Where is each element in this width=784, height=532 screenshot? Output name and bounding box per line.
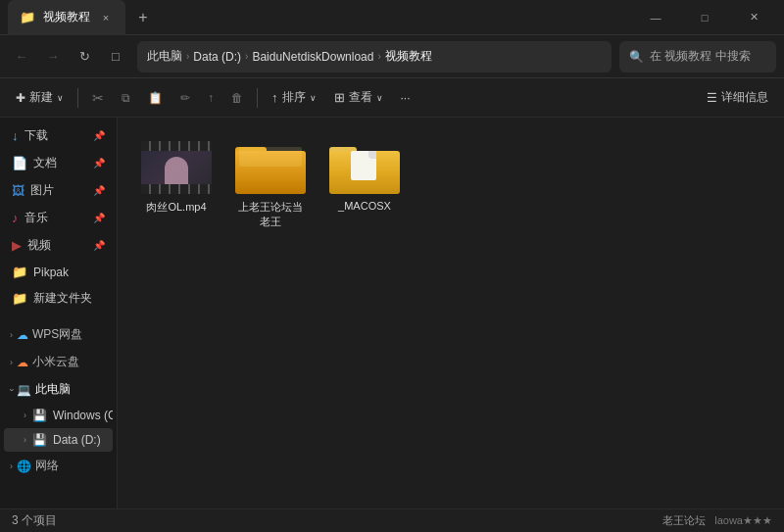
breadcrumb-baidu[interactable]: BaiduNetdiskDownload xyxy=(252,50,373,64)
more-button[interactable]: ··· xyxy=(393,82,418,114)
file-name-folder2: _MACOSX xyxy=(338,200,391,212)
chevron-winc-icon: › xyxy=(24,411,26,420)
file-name-video1: 肉丝OL.mp4 xyxy=(146,200,206,215)
music-icon: ♪ xyxy=(12,211,19,225)
sidebar-group-network[interactable]: › 🌐 网络 xyxy=(2,453,115,479)
new-icon: ✚ xyxy=(16,91,25,105)
pin-icon-videos: 📌 xyxy=(93,240,105,251)
sort-button[interactable]: ↑ 排序 ∨ xyxy=(264,82,324,114)
toolbar-sep-2 xyxy=(257,88,258,108)
forward-button[interactable]: → xyxy=(39,43,67,71)
sidebar-label-docs: 文档 xyxy=(33,155,57,171)
cut-button[interactable]: ✂ xyxy=(84,82,112,114)
docs-icon: 📄 xyxy=(12,156,27,170)
video-thumbnail xyxy=(141,141,212,194)
breadcrumb-sep-2: › xyxy=(245,51,248,62)
sidebar-group-wps[interactable]: › ☁ WPS网盘 xyxy=(2,321,115,348)
details-label: 详细信息 xyxy=(721,89,768,106)
status-count: 3 个项目 xyxy=(12,512,57,529)
rename-icon: ✏ xyxy=(180,91,190,105)
delete-button[interactable]: 🗑 xyxy=(223,82,251,114)
tab-list: 📁 视频教程 × + xyxy=(8,0,633,35)
breadcrumb-videos[interactable]: 视频教程 xyxy=(385,48,432,65)
copy-icon: ⧉ xyxy=(122,91,130,105)
file-name-folder1: 上老王论坛当老王 xyxy=(235,200,306,229)
tab-close-button[interactable]: × xyxy=(98,10,114,25)
tab-folder-icon: 📁 xyxy=(20,10,35,24)
sort-label: 排序 xyxy=(282,89,306,106)
breadcrumb-datad[interactable]: Data (D:) xyxy=(193,50,241,64)
file-grid: 肉丝OL.mp4 上老王论坛当老王 xyxy=(133,133,768,237)
sidebar-item-docs[interactable]: 📄 文档 📌 xyxy=(4,150,113,176)
minimize-button[interactable]: — xyxy=(633,0,678,35)
tab-title: 视频教程 xyxy=(43,9,90,25)
xiaomi-cloud-icon: ☁ xyxy=(17,356,28,369)
details-button[interactable]: ☰ 详细信息 xyxy=(699,82,776,114)
sidebar-label-pics: 图片 xyxy=(30,182,54,199)
address-bar: ← → ↻ □ 此电脑 › Data (D:) › BaiduNetdiskDo… xyxy=(0,35,784,78)
breadcrumb-thispc[interactable]: 此电脑 xyxy=(147,48,182,65)
sidebar-label-winc: Windows (C:) xyxy=(53,409,113,422)
list-item[interactable]: 肉丝OL.mp4 xyxy=(133,133,220,237)
pics-icon: 🖼 xyxy=(12,183,24,198)
sidebar-label-wps: WPS网盘 xyxy=(32,326,82,343)
more-icon: ··· xyxy=(401,91,411,105)
new-button[interactable]: ✚ 新建 ∨ xyxy=(8,82,72,114)
rename-button[interactable]: ✏ xyxy=(172,82,198,114)
breadcrumb[interactable]: 此电脑 › Data (D:) › BaiduNetdiskDownload ›… xyxy=(137,41,612,73)
new-label: 新建 xyxy=(29,89,53,106)
share-button[interactable]: ↑ xyxy=(200,82,221,114)
copy-button[interactable]: ⧉ xyxy=(114,82,138,114)
view-label: 查看 xyxy=(349,89,372,106)
folder-up-button[interactable]: □ xyxy=(102,43,129,71)
sidebar-label-network: 网络 xyxy=(35,458,59,474)
sidebar-item-datad[interactable]: › 💾 Data (D:) xyxy=(4,428,113,452)
chevron-datad-icon: › xyxy=(24,435,26,445)
search-box[interactable]: 🔍 在 视频教程 中搜索 xyxy=(619,41,776,73)
sidebar-item-videos[interactable]: ▶ 视频 📌 xyxy=(4,232,113,259)
sidebar-item-music[interactable]: ♪ 音乐 📌 xyxy=(4,205,113,231)
sidebar-label-pikpak: Pikpak xyxy=(33,266,69,279)
chevron-wps-icon: › xyxy=(10,330,13,340)
sidebar-label-datad: Data (D:) xyxy=(53,433,101,447)
status-bar: 3 个项目 老王论坛 laowa★★★ xyxy=(0,508,784,532)
sidebar-item-pics[interactable]: 🖼 图片 📌 xyxy=(4,177,113,204)
chevron-xiaomi-icon: › xyxy=(10,358,13,367)
content-area[interactable]: 肉丝OL.mp4 上老王论坛当老王 xyxy=(118,118,784,508)
sidebar-item-newfolder[interactable]: 📁 新建文件夹 xyxy=(4,285,113,312)
sidebar-item-winc[interactable]: › 💾 Windows (C:) xyxy=(4,404,113,427)
datad-drive-icon: 💾 xyxy=(32,433,47,447)
new-tab-button[interactable]: + xyxy=(129,4,157,31)
list-item[interactable]: _MACOSX xyxy=(321,133,408,237)
sidebar: ↓ 下载 📌 📄 文档 📌 🖼 图片 📌 ♪ 音乐 📌 ▶ 视频 📌 📁 Pik… xyxy=(0,118,118,508)
network-icon: 🌐 xyxy=(17,459,31,473)
folder-icon-2 xyxy=(329,141,400,194)
sidebar-item-pikpak[interactable]: 📁 Pikpak xyxy=(4,260,113,284)
list-item[interactable]: 上老王论坛当老王 xyxy=(227,133,314,237)
share-icon: ↑ xyxy=(208,91,214,105)
view-icon: ⊞ xyxy=(334,90,345,105)
toolbar-sep-1 xyxy=(77,88,78,108)
sidebar-label-newfolder: 新建文件夹 xyxy=(33,290,92,307)
active-tab[interactable]: 📁 视频教程 × xyxy=(8,0,125,35)
back-button[interactable]: ← xyxy=(8,43,35,71)
view-button[interactable]: ⊞ 查看 ∨ xyxy=(326,82,391,114)
newfolder-icon: 📁 xyxy=(12,291,27,306)
chevron-network-icon: › xyxy=(10,461,13,471)
folder-highlight-1 xyxy=(239,147,302,167)
pin-icon-pics: 📌 xyxy=(93,185,105,196)
sidebar-group-xiaomi[interactable]: › ☁ 小米云盘 xyxy=(2,349,115,375)
sidebar-group-thispc[interactable]: › 💻 此电脑 xyxy=(2,376,115,403)
maximize-button[interactable]: □ xyxy=(682,0,727,35)
paste-button[interactable]: 📋 xyxy=(140,82,171,114)
close-button[interactable]: ✕ xyxy=(731,0,776,35)
sidebar-label-xiaomi: 小米云盘 xyxy=(32,354,79,370)
sidebar-item-downloads[interactable]: ↓ 下载 📌 xyxy=(4,122,113,149)
title-bar: 📁 视频教程 × + — □ ✕ xyxy=(0,0,784,35)
refresh-button[interactable]: ↻ xyxy=(71,43,98,71)
cut-icon: ✂ xyxy=(92,90,104,106)
sidebar-label-thispc: 此电脑 xyxy=(35,381,71,398)
download-icon: ↓ xyxy=(12,128,19,143)
folder-icon-1 xyxy=(235,141,306,194)
search-placeholder: 在 视频教程 中搜索 xyxy=(650,48,751,65)
